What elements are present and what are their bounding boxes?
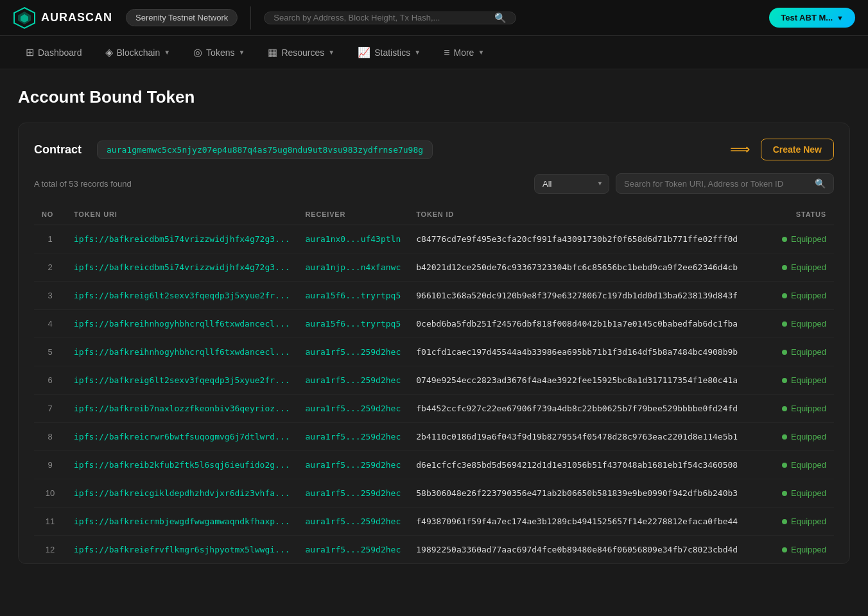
cell-no: 2 <box>34 253 66 282</box>
cell-status: Equipped <box>757 310 834 338</box>
cell-receiver[interactable]: aura1rf5...259d2hec <box>298 366 409 395</box>
cell-token-uri[interactable]: ipfs://bafkreig6lt2sexv3fqeqdp3j5xyue2fr… <box>66 282 298 310</box>
divider <box>250 6 251 30</box>
main-card: Contract aura1gmemwc5cx5njyz07ep4u887q4a… <box>18 123 850 564</box>
cell-status: Equipped <box>757 395 834 423</box>
status-dot-icon <box>782 491 787 496</box>
cell-token-id: 0749e9254ecc2823ad3676f4a4ae3922fee15925… <box>408 366 757 395</box>
col-token-uri: TOKEN URI <box>66 204 298 225</box>
search-bar: 🔍 <box>264 12 516 24</box>
dashboard-icon: ⊞ <box>26 46 34 58</box>
token-search-input[interactable] <box>624 179 810 189</box>
table-row: 8 ipfs://bafkreicrwr6bwtfsuqogmvg6j7dtlw… <box>34 423 834 451</box>
cell-receiver[interactable]: aura15f6...tryrtpq5 <box>298 310 409 338</box>
sidebar-item-label: Tokens <box>206 47 234 58</box>
table-row: 3 ipfs://bafkreig6lt2sexv3fqeqdp3j5xyue2… <box>34 282 834 310</box>
cell-no: 7 <box>34 395 66 423</box>
table-row: 12 ipfs://bafkreiefrvflkmgr6sjhpyotmx5lw… <box>34 536 834 564</box>
table-row: 2 ipfs://bafkreicdbm5i74vrizzwidjhfx4g72… <box>34 253 834 282</box>
cell-token-uri[interactable]: ipfs://bafkreicgikldepdhzhdvjxr6diz3vhfa… <box>66 479 298 508</box>
status-label: Equipped <box>791 488 826 498</box>
contract-row: Contract aura1gmemwc5cx5njyz07ep4u887q4a… <box>34 139 834 160</box>
cell-no: 6 <box>34 366 66 395</box>
status-filter-select[interactable]: All Equipped Unequipped <box>534 174 609 194</box>
cell-token-id: 0cebd6ba5fdb251f24576dbf818f008d4042b1b1… <box>408 310 757 338</box>
cell-receiver[interactable]: aura15f6...tryrtpq5 <box>298 282 409 310</box>
cell-token-uri[interactable]: ipfs://bafkreib2kfub2ftk5l6sqj6ieufido2g… <box>66 451 298 479</box>
cell-token-uri[interactable]: ipfs://bafkreiefrvflkmgr6sjhpyotmx5lwwgi… <box>66 536 298 564</box>
cell-no: 3 <box>34 282 66 310</box>
status-dot-icon <box>782 519 787 524</box>
cell-token-uri[interactable]: ipfs://bafkreicdbm5i74vrizzwidjhfx4g72g3… <box>66 225 298 253</box>
sidebar-item-dashboard[interactable]: ⊞ Dashboard <box>15 41 92 64</box>
cell-receiver[interactable]: aura1rf5...259d2hec <box>298 338 409 366</box>
cell-token-uri[interactable]: ipfs://bafkreihnhogyhbhcrqllf6txwdancecl… <box>66 310 298 338</box>
table-row: 10 ipfs://bafkreicgikldepdhzhdvjxr6diz3v… <box>34 479 834 508</box>
cell-token-id: f493870961f59f4a7ec174ae3b1289cb49415256… <box>408 508 757 536</box>
records-count: A total of 53 records found <box>34 179 132 189</box>
cell-token-uri[interactable]: ipfs://bafkreicrwr6bwtfsuqogmvg6j7dtlwrd… <box>66 423 298 451</box>
sidebar-item-blockchain[interactable]: ◈ Blockchain ▼ <box>95 41 181 64</box>
chevron-down-icon: ▼ <box>238 49 245 56</box>
create-new-button[interactable]: Create New <box>761 139 834 160</box>
chevron-down-icon: ▼ <box>414 49 421 56</box>
status-label: Equipped <box>791 375 826 385</box>
cell-receiver[interactable]: aura1rf5...259d2hec <box>298 479 409 508</box>
chevron-down-icon: ▼ <box>478 49 484 56</box>
cell-receiver[interactable]: aura1rf5...259d2hec <box>298 451 409 479</box>
cell-receiver[interactable]: aura1rf5...259d2hec <box>298 536 409 564</box>
cell-no: 9 <box>34 451 66 479</box>
cell-token-id: 2b4110c0186d19a6f043f9d19b8279554f05478d… <box>408 423 757 451</box>
subnav: ⊞ Dashboard ◈ Blockchain ▼ ◎ Tokens ▼ ▦ … <box>0 36 868 69</box>
network-badge[interactable]: Serenity Testnet Network <box>126 9 238 26</box>
cell-token-uri[interactable]: ipfs://bafkreib7naxlozzfkeonbiv36qeyrioz… <box>66 395 298 423</box>
table-body: 1 ipfs://bafkreicdbm5i74vrizzwidjhfx4g72… <box>34 225 834 564</box>
table-row: 6 ipfs://bafkreig6lt2sexv3fqeqdp3j5xyue2… <box>34 366 834 395</box>
contract-address-badge[interactable]: aura1gmemwc5cx5njyz07ep4u887q4as75ug8ndu… <box>97 141 433 159</box>
sidebar-item-label: Blockchain <box>117 47 161 58</box>
cell-status: Equipped <box>757 225 834 253</box>
col-receiver: RECEIVER <box>298 204 409 225</box>
col-status: STATUS <box>757 204 834 225</box>
sidebar-item-label: Resources <box>281 47 324 58</box>
logo-icon <box>13 6 36 30</box>
sidebar-item-resources[interactable]: ▦ Resources ▼ <box>257 41 345 64</box>
table-row: 1 ipfs://bafkreicdbm5i74vrizzwidjhfx4g72… <box>34 225 834 253</box>
table-row: 5 ipfs://bafkreihnhogyhbhcrqllf6txwdance… <box>34 338 834 366</box>
test-abt-button[interactable]: Test ABT M... ▼ <box>769 8 855 28</box>
cell-status: Equipped <box>757 253 834 282</box>
cell-status: Equipped <box>757 338 834 366</box>
status-dot-icon <box>782 434 787 440</box>
cell-receiver[interactable]: aura1rf5...259d2hec <box>298 395 409 423</box>
cell-token-uri[interactable]: ipfs://bafkreig6lt2sexv3fqeqdp3j5xyue2fr… <box>66 366 298 395</box>
cell-no: 12 <box>34 536 66 564</box>
status-dot-icon <box>782 265 787 270</box>
status-dot-icon <box>782 321 787 327</box>
cell-no: 10 <box>34 479 66 508</box>
status-label: Equipped <box>791 319 826 329</box>
cell-receiver[interactable]: aura1rf5...259d2hec <box>298 423 409 451</box>
cell-receiver[interactable]: aura1nx0...uf43ptln <box>298 225 409 253</box>
cell-token-uri[interactable]: ipfs://bafkreicdbm5i74vrizzwidjhfx4g72g3… <box>66 253 298 282</box>
search-input[interactable] <box>273 13 489 22</box>
cell-receiver[interactable]: aura1rf5...259d2hec <box>298 508 409 536</box>
cell-token-uri[interactable]: ipfs://bafkreicrmbjewgdfwwgamwaqndkfhaxp… <box>66 508 298 536</box>
sidebar-item-label: More <box>453 47 474 58</box>
sidebar-item-more[interactable]: ≡ More ▼ <box>433 42 494 64</box>
status-label: Equipped <box>791 460 826 470</box>
sidebar-item-tokens[interactable]: ◎ Tokens ▼ <box>183 41 255 64</box>
cell-no: 8 <box>34 423 66 451</box>
table-header: NO TOKEN URI RECEIVER TOKEN ID STATUS <box>34 204 834 225</box>
page-content: Account Bound Token Contract aura1gmemwc… <box>0 69 868 582</box>
cell-token-uri[interactable]: ipfs://bafkreihnhogyhbhcrqllf6txwdancecl… <box>66 338 298 366</box>
cell-token-id: b42021d12ce250de76c93367323304bfc6c85656… <box>408 253 757 282</box>
sidebar-item-statistics[interactable]: 📈 Statistics ▼ <box>347 41 431 64</box>
cell-status: Equipped <box>757 366 834 395</box>
cell-token-id: d6e1cfcfc3e85bd5d5694212d1d1e31056b51f43… <box>408 451 757 479</box>
logo-text: AURASCAN <box>41 11 112 24</box>
cell-receiver[interactable]: aura1njp...n4xfanwc <box>298 253 409 282</box>
filter-row: A total of 53 records found All Equipped… <box>34 173 834 194</box>
cell-token-id: 58b306048e26f223790356e471ab2b06650b5818… <box>408 479 757 508</box>
filter-right: All Equipped Unequipped 🔍 <box>534 173 834 194</box>
cell-token-id: 19892250a3360ad77aac697d4fce0b89480e846f… <box>408 536 757 564</box>
